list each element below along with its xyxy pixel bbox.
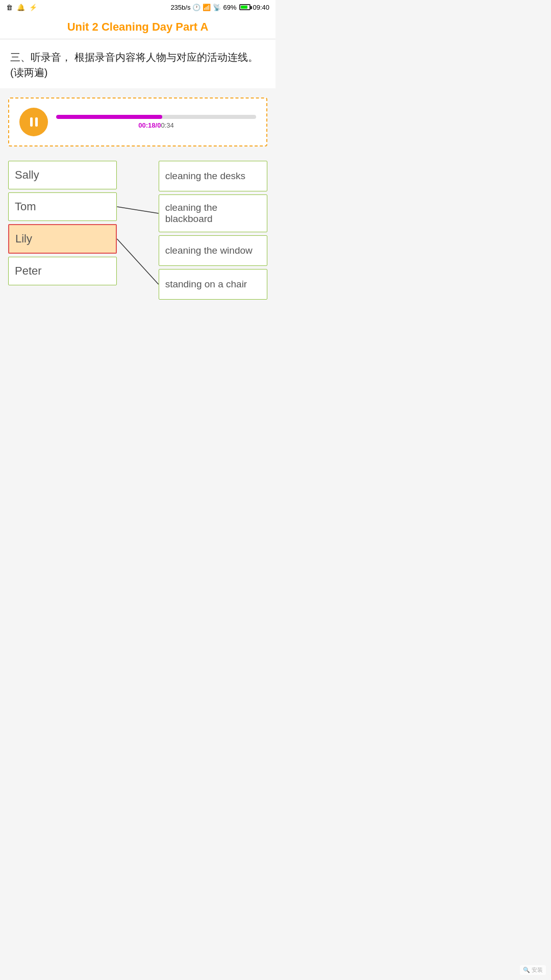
- name-card-lily[interactable]: Lily: [8, 224, 117, 254]
- battery-label: 69%: [223, 4, 236, 11]
- right-column: cleaning the desks cleaning the blackboa…: [159, 161, 267, 300]
- trash-icon: 🗑: [6, 4, 13, 11]
- current-time: 00:18/0: [138, 121, 161, 129]
- usb-icon: ⚡: [29, 4, 37, 11]
- time-label: 00:18/00:34: [56, 121, 256, 129]
- total-time: 0:34: [161, 121, 173, 129]
- status-right: 235b/s 🕐 📶 📡 69% 09:40: [170, 4, 269, 11]
- progress-track: [56, 115, 256, 119]
- wifi-icon: 📶: [203, 4, 211, 11]
- name-card-peter[interactable]: Peter: [8, 257, 117, 285]
- progress-fill: [56, 115, 162, 119]
- svg-line-0: [117, 207, 158, 213]
- pause-button[interactable]: [19, 108, 48, 136]
- activity-card-chair[interactable]: standing on a chair: [159, 269, 267, 300]
- speed-label: 235b/s: [170, 4, 190, 11]
- status-bar: 🗑 🔔 ⚡ 235b/s 🕐 📶 📡 69% 09:40: [0, 0, 276, 14]
- time-display: 09:40: [253, 4, 269, 11]
- svg-line-1: [117, 239, 158, 284]
- bell-icon: 🔔: [17, 4, 25, 11]
- instruction-text: 三、听录音， 根据录音内容将人物与对应的活动连线。(读两遍): [10, 52, 258, 78]
- activity-card-desks[interactable]: cleaning the desks: [159, 161, 267, 191]
- instruction-section: 三、听录音， 根据录音内容将人物与对应的活动连线。(读两遍): [0, 39, 276, 88]
- clock-icon: 🕐: [192, 4, 201, 11]
- title-bar: Unit 2 Cleaning Day Part A: [0, 14, 276, 39]
- name-card-sally[interactable]: Sally: [8, 161, 117, 189]
- status-left: 🗑 🔔 ⚡: [6, 4, 37, 11]
- audio-player: 00:18/00:34: [8, 97, 267, 146]
- matching-section: Sally Tom Lily Peter cleaning the desks …: [0, 156, 276, 312]
- signal-icon: 📡: [213, 4, 221, 11]
- name-card-tom[interactable]: Tom: [8, 192, 117, 221]
- page-title: Unit 2 Cleaning Day Part A: [67, 20, 209, 33]
- pause-icon: [30, 117, 38, 127]
- progress-container[interactable]: 00:18/00:34: [56, 115, 256, 129]
- columns-wrapper: Sally Tom Lily Peter cleaning the desks …: [8, 161, 267, 300]
- activity-card-blackboard[interactable]: cleaning the blackboard: [159, 194, 267, 232]
- left-column: Sally Tom Lily Peter: [8, 161, 117, 285]
- battery-icon: [239, 4, 251, 10]
- activity-card-window[interactable]: cleaning the window: [159, 235, 267, 266]
